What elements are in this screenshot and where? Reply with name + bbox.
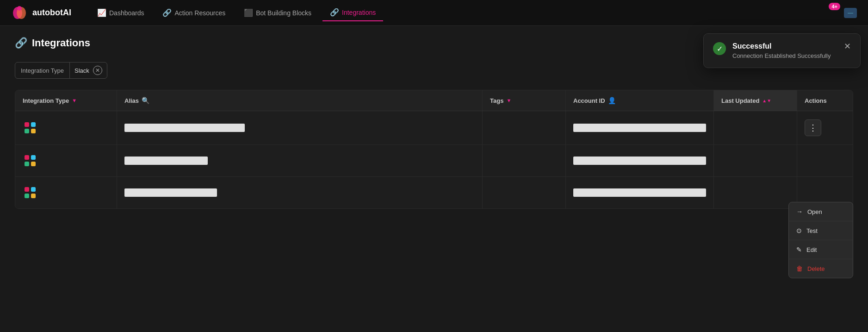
nav-action-resources[interactable]: 🔗 Action Resources (155, 5, 233, 21)
td-tags-3 (483, 177, 566, 208)
td-last-updated-3 (714, 177, 797, 208)
nav-bot-building-blocks[interactable]: ⬛ Bot Building Blocks (236, 5, 319, 21)
tags-filter-icon: ▼ (506, 98, 511, 103)
svg-rect-7 (25, 155, 29, 160)
table-header: Integration Type ▼ Alias 🔍 Tags ▼ Accoun… (15, 90, 853, 111)
td-actions-1: ⋮ (797, 111, 853, 144)
last-updated-sort-icon: ▲▼ (762, 98, 771, 103)
toast-title: Successful (732, 42, 837, 50)
logo-area: autobotAI (11, 5, 71, 21)
svg-rect-3 (25, 122, 29, 127)
td-account-id-1 (566, 111, 714, 144)
toast-body: Connection Established Successfully (732, 52, 837, 59)
dashboards-icon: 📈 (97, 8, 106, 17)
filter-close-button[interactable]: ✕ (93, 66, 102, 75)
alias-redacted-1 (124, 124, 245, 132)
svg-point-2 (17, 6, 22, 11)
td-account-id-2 (566, 145, 714, 176)
td-integration-type-3 (15, 177, 117, 208)
logo-text: autobotAI (32, 8, 71, 18)
dropdown-edit[interactable]: ✎ Edit (789, 240, 853, 259)
nav-right: 4+ — (844, 8, 857, 18)
table-row (15, 177, 853, 208)
svg-rect-13 (25, 194, 29, 198)
svg-rect-12 (31, 187, 36, 192)
svg-rect-4 (31, 122, 36, 127)
integration-type-filter-icon: ▼ (72, 98, 77, 103)
th-tags[interactable]: Tags ▼ (483, 90, 566, 111)
action-resources-icon: 🔗 (162, 8, 172, 17)
th-last-updated[interactable]: Last Updated ▲▼ (714, 90, 797, 111)
td-alias-2 (117, 145, 483, 176)
td-tags-2 (483, 145, 566, 176)
nav-dashboards[interactable]: 📈 Dashboards (90, 5, 152, 21)
slack-icon (23, 153, 37, 168)
dropdown-delete[interactable]: 🗑 Delete (789, 259, 853, 278)
table-row (15, 145, 853, 177)
test-icon: ⊙ (796, 227, 802, 234)
delete-icon: 🗑 (796, 265, 803, 272)
td-tags-1 (483, 111, 566, 144)
account-id-user-icon: 👤 (608, 97, 616, 104)
alias-search-icon: 🔍 (142, 97, 149, 104)
svg-rect-8 (31, 155, 36, 160)
filter-label: Integration Type (15, 63, 70, 78)
alias-redacted-2 (124, 157, 208, 165)
svg-rect-11 (25, 187, 29, 192)
dropdown-open[interactable]: → Open (789, 202, 853, 221)
td-last-updated-1 (714, 111, 797, 144)
navbar: autobotAI 📈 Dashboards 🔗 Action Resource… (0, 0, 868, 26)
th-alias[interactable]: Alias 🔍 (117, 90, 483, 111)
toast-notification: ✓ Successful Connection Established Succ… (703, 33, 861, 68)
svg-rect-5 (25, 129, 29, 133)
td-account-id-3 (566, 177, 714, 208)
td-integration-type-2 (15, 145, 117, 176)
td-last-updated-2 (714, 145, 797, 176)
notification-badge[interactable]: 4+ (829, 3, 840, 10)
svg-rect-6 (31, 129, 36, 133)
th-actions: Actions (797, 90, 853, 111)
nav-links: 📈 Dashboards 🔗 Action Resources ⬛ Bot Bu… (90, 4, 844, 21)
td-alias-1 (117, 111, 483, 144)
svg-rect-10 (31, 162, 36, 166)
slack-icon (23, 120, 37, 135)
toast-content: Successful Connection Established Succes… (732, 42, 837, 59)
page-title-icon: 🔗 (15, 37, 27, 49)
account-id-redacted-1 (573, 124, 706, 132)
dropdown-test[interactable]: ⊙ Test (789, 221, 853, 240)
filter-value: Slack ✕ (70, 63, 107, 78)
filter-chip: Integration Type Slack ✕ (15, 62, 107, 79)
integrations-icon: 🔗 (330, 8, 339, 17)
td-alias-3 (117, 177, 483, 208)
account-id-redacted-3 (573, 188, 706, 197)
td-integration-type-1 (15, 111, 117, 144)
toast-check-icon: ✓ (713, 42, 726, 55)
th-account-id[interactable]: Account ID 👤 (566, 90, 714, 111)
svg-rect-14 (31, 194, 36, 198)
bot-building-blocks-icon: ⬛ (244, 8, 253, 17)
edit-icon: ✎ (796, 246, 802, 253)
alias-redacted-3 (124, 188, 217, 197)
logo-icon (11, 5, 28, 21)
actions-dropdown: → Open ⊙ Test ✎ Edit 🗑 Delete (788, 202, 853, 278)
toast-close-button[interactable]: ✕ (844, 42, 851, 50)
table-row: ⋮ (15, 111, 853, 145)
actions-button-1[interactable]: ⋮ (805, 119, 821, 136)
collapse-button[interactable]: — (844, 8, 857, 18)
nav-integrations[interactable]: 🔗 Integrations (322, 4, 383, 21)
td-actions-2 (797, 145, 853, 176)
slack-icon (23, 185, 37, 200)
account-id-redacted-2 (573, 157, 706, 165)
open-icon: → (796, 208, 803, 215)
th-integration-type[interactable]: Integration Type ▼ (15, 90, 117, 111)
svg-rect-9 (25, 162, 29, 166)
main-content: 🔗 Integrations Integration Type Slack ✕ … (0, 26, 868, 220)
integrations-table: Integration Type ▼ Alias 🔍 Tags ▼ Accoun… (15, 90, 853, 209)
